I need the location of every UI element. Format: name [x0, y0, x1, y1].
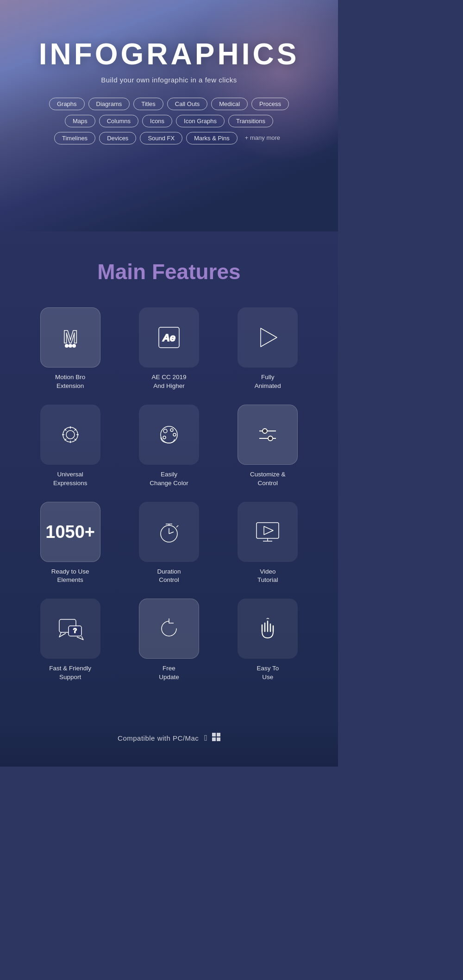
feature-label-elements: Ready to Use Elements [51, 568, 89, 585]
svg-rect-24 [257, 523, 279, 538]
tag-icon-graphs[interactable]: Icon Graphs [176, 115, 225, 127]
svg-rect-38 [212, 737, 216, 741]
tag-medical[interactable]: Medical [211, 98, 248, 110]
tag-devices[interactable]: Devices [99, 132, 136, 144]
section-title-white: Main [97, 260, 152, 284]
compat-icons:  [204, 733, 220, 743]
svg-text:?: ? [73, 627, 77, 634]
section-title: Main Features [97, 259, 240, 284]
section-title-purple: Features [152, 260, 241, 284]
svg-point-7 [66, 431, 75, 439]
svg-point-1 [69, 344, 72, 348]
compat-section: Compatible with PC/Mac  [0, 719, 338, 767]
svg-point-11 [170, 429, 173, 431]
feature-item-easy-to-use: Easy To Use [223, 599, 313, 682]
tag-sound-fx[interactable]: Sound FX [140, 132, 182, 144]
svg-rect-39 [217, 737, 220, 741]
svg-point-12 [173, 433, 176, 436]
feature-icon-box-support: ? [40, 599, 100, 659]
tag-process[interactable]: Process [251, 98, 289, 110]
svg-point-2 [65, 344, 69, 348]
tag-columns[interactable]: Columns [99, 115, 138, 127]
tag-timelines[interactable]: Timelines [54, 132, 95, 144]
feature-label-fully-animated: Fully Animated [255, 373, 281, 391]
svg-line-23 [176, 525, 178, 527]
feature-item-video-tutorial: Video Tutorial [223, 502, 313, 585]
tags-row-3: TimelinesDevicesSound FXMarks & Pins+ ma… [54, 132, 284, 144]
svg-text:Ae: Ae [162, 332, 175, 343]
svg-point-13 [163, 436, 166, 439]
feature-item-customize: Customize & Control [223, 405, 313, 488]
feature-icon-box-universal [40, 405, 100, 465]
features-section: Main Features MMotion Bro ExtensionAeAE … [0, 231, 338, 719]
feature-icon-box-free-update [139, 599, 199, 659]
feature-label-duration: Duration Control [157, 568, 181, 585]
feature-item-elements: 1050+Ready to Use Elements [25, 502, 115, 585]
feature-icon-box-motion-bro: M [40, 307, 100, 368]
tag-marks--pins[interactable]: Marks & Pins [186, 132, 238, 144]
tags-row-1: GraphsDiagramsTitlesCall OutsMedicalProc… [49, 98, 289, 110]
feature-item-duration: Duration Control [124, 502, 213, 585]
feature-icon-box-video-tutorial [238, 502, 298, 562]
tag-call-outs[interactable]: Call Outs [167, 98, 207, 110]
svg-text:M: M [63, 327, 78, 347]
svg-point-3 [72, 344, 76, 348]
tag-transitions[interactable]: Transitions [228, 115, 273, 127]
feature-item-free-update: Free Update [124, 599, 213, 682]
hero-subtitle: Build your own infographic in a few clic… [101, 76, 237, 84]
feature-item-ae-cc: AeAE CC 2019 And Higher [124, 307, 213, 391]
feature-label-video-tutorial: Video Tutorial [257, 568, 278, 585]
hero-section: INFOGRAPHICS Build your own infographic … [0, 0, 338, 231]
feature-label-easy-to-use: Easy To Use [257, 664, 279, 682]
svg-rect-36 [212, 733, 216, 737]
tag-icons[interactable]: Icons [142, 115, 172, 127]
feature-label-universal: Universal Expressions [53, 470, 88, 488]
feature-icon-box-customize [238, 405, 298, 465]
feature-icon-box-elements: 1050+ [40, 502, 100, 562]
tag-graphs[interactable]: Graphs [49, 98, 85, 110]
feature-item-fully-animated: Fully Animated [223, 307, 313, 391]
feature-icon-box-change-color [139, 405, 199, 465]
svg-point-9 [161, 426, 177, 443]
windows-icon [212, 733, 220, 743]
hero-title: INFOGRAPHICS [39, 37, 300, 71]
feature-label-support: Fast & Friendly Support [49, 664, 91, 682]
svg-rect-37 [217, 733, 220, 737]
svg-point-16 [263, 429, 267, 433]
feature-label-motion-bro: Motion Bro Extension [55, 373, 85, 391]
tags-row-2: MapsColumnsIconsIcon GraphsTransitions [65, 115, 273, 127]
svg-marker-27 [264, 526, 273, 535]
tag-diagrams[interactable]: Diagrams [88, 98, 130, 110]
apple-icon:  [204, 733, 207, 743]
feature-label-customize: Customize & Control [250, 470, 286, 488]
svg-point-17 [268, 436, 273, 441]
svg-point-10 [163, 429, 167, 433]
feature-icon-box-easy-to-use [238, 599, 298, 659]
feature-label-ae-cc: AE CC 2019 And Higher [151, 373, 186, 391]
feature-label-free-update: Free Update [159, 664, 179, 682]
tags-container: GraphsDiagramsTitlesCall OutsMedicalProc… [49, 98, 289, 144]
feature-item-universal: Universal Expressions [25, 405, 115, 488]
svg-point-8 [63, 427, 78, 442]
feature-item-motion-bro: MMotion Bro Extension [25, 307, 115, 391]
feature-icon-box-fully-animated [238, 307, 298, 368]
feature-item-change-color: Easily Change Color [124, 405, 213, 488]
svg-line-20 [169, 532, 174, 534]
svg-marker-6 [261, 328, 277, 347]
compat-text: Compatible with PC/Mac [118, 734, 199, 742]
feature-label-change-color: Easily Change Color [150, 470, 188, 488]
feature-icon-box-duration [139, 502, 199, 562]
tag-maps[interactable]: Maps [65, 115, 95, 127]
feature-item-support: ?Fast & Friendly Support [25, 599, 115, 682]
features-grid: MMotion Bro ExtensionAeAE CC 2019 And Hi… [25, 307, 313, 682]
tag-more: + many more [241, 132, 284, 144]
feature-icon-box-ae-cc: Ae [139, 307, 199, 368]
feature-number: 1050+ [45, 523, 95, 541]
tag-titles[interactable]: Titles [133, 98, 163, 110]
